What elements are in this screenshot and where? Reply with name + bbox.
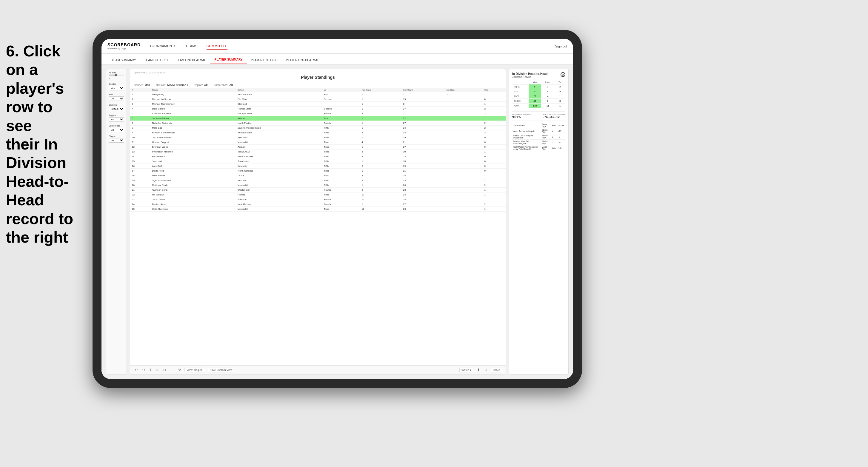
h2h-categories-table: Win Loss Tie Top 10 8 3 2 11-25 20 9 5 2… xyxy=(512,80,565,108)
year-select[interactable]: (All) xyxy=(108,96,124,101)
table-row[interactable]: 4 Luke Claton Florida State Second 1 27 … xyxy=(130,106,506,111)
h2h-row: 26-50 22 4 1 xyxy=(512,94,565,99)
division-pill: Division: NCAA Division I xyxy=(156,84,188,87)
tab-team-h2h-heatmap[interactable]: TEAM H2H HEATMAP xyxy=(172,56,211,64)
table-row[interactable]: 1 Wenyi Ding Arizona State First 1 1 15 … xyxy=(130,92,506,97)
logo-subtitle: Powered by clippi xyxy=(107,47,141,50)
table-row[interactable]: 14 Maxwell Ford North Carolina Third 2 2… xyxy=(130,154,506,159)
col-win: Win xyxy=(483,88,506,92)
table-row[interactable]: 5 Christo Lamprecht Georgia Tech Fourth … xyxy=(130,111,506,116)
nav-tournaments[interactable]: TOURNAMENTS xyxy=(150,43,177,50)
h2h-tournaments-table: Tournament Event Type Pos Score Amer Ari… xyxy=(512,123,565,151)
sign-out-link[interactable]: Sign out xyxy=(555,44,567,48)
paste-icon[interactable]: ⊟ xyxy=(162,368,167,372)
gender-select[interactable]: Men xyxy=(108,86,124,90)
h2h-divider xyxy=(512,111,565,112)
table-row[interactable]: 21 Taehoon Song Washington Fourth 6 23 1 xyxy=(130,188,506,192)
table-row[interactable]: 2 Michael La Sasso Ole Miss Second 1 19 … xyxy=(130,97,506,102)
tab-player-summary[interactable]: PLAYER SUMMARY xyxy=(211,56,247,64)
share-btn[interactable]: Share xyxy=(491,368,502,372)
tab-team-h2h-grid[interactable]: TEAM H2H GRID xyxy=(140,56,172,64)
table-row[interactable]: 16 Alex Goff Kentucky Fifth 8 19 0 xyxy=(130,164,506,168)
nav-teams[interactable]: TEAMS xyxy=(185,43,197,50)
conference-label: Conference xyxy=(108,125,124,127)
col-player: Player xyxy=(150,88,236,92)
save-custom-btn[interactable]: Save Custom View xyxy=(208,368,235,372)
table-row[interactable]: 22 Ian Gilligan Florida Third 10 24 1 xyxy=(130,192,506,197)
table-row[interactable]: 10 Jacob Mac Dieses Arkansas Fifth 1 25 … xyxy=(130,135,506,140)
region-label: Region xyxy=(108,114,124,116)
table-scroll[interactable]: # Player School Yr Reg Rank Conf Rank No… xyxy=(130,88,506,365)
table-row[interactable]: 6 Jackson Koivun Auburn First 1 22 1 xyxy=(130,116,506,121)
download-icon[interactable]: ⬇ xyxy=(476,368,481,372)
h2h-divider-2 xyxy=(512,121,565,121)
h2h-player-name: Jackson Koivun xyxy=(512,75,548,79)
h2h-header: In Division Head-to-Head Jackson Koivun … xyxy=(512,72,565,79)
table-row[interactable]: 19 Tiger Christensen Arizona Third 8 23 … xyxy=(130,178,506,183)
table-row[interactable]: 20 Matthew Riedel Vanderbilt Fifth 1 26 … xyxy=(130,183,506,188)
division-filter: Division NCAA Division I xyxy=(108,104,124,111)
copy-icon[interactable]: ⊞ xyxy=(155,368,160,372)
player-filter: Player (All) xyxy=(108,135,124,143)
sub-nav: TEAM SUMMARY TEAM H2H GRID TEAM H2H HEAT… xyxy=(101,54,573,64)
standings-table: # Player School Yr Reg Rank Conf Rank No… xyxy=(130,88,506,212)
table-row[interactable]: 7 Nicholas Gabrelcik North Florida Fourt… xyxy=(130,121,506,126)
division-select[interactable]: NCAA Division I xyxy=(108,107,124,111)
region-pill: Region: All xyxy=(194,84,208,87)
table-row[interactable]: 3 Michael Thorbjornsen Stanford 1 8 1 xyxy=(130,102,506,106)
nav-committee[interactable]: COMMITTEE xyxy=(207,43,228,50)
tablet-device: SCOREBOARD Powered by clippi TOURNAMENTS… xyxy=(93,30,582,388)
h2h-panel: In Division Head-to-Head Jackson Koivun … xyxy=(509,69,569,374)
watch-btn[interactable]: Watch ▾ xyxy=(459,368,473,372)
tablet-screen: SCOREBOARD Powered by clippi TOURNAMENTS… xyxy=(101,39,573,379)
year-label: Year xyxy=(108,93,124,95)
conference-filter: Conference (All) xyxy=(108,125,124,132)
rounds-value: 6 xyxy=(108,77,124,80)
table-row[interactable]: 23 Jack Lundin Missouri Fourth 11 24 1 xyxy=(130,197,506,202)
tab-player-h2h-heatmap[interactable]: PLAYER H2H HEATMAP xyxy=(282,56,323,64)
rounds-filter: No Rds. 6 xyxy=(108,72,124,80)
col-conf-rank: Conf Rank xyxy=(401,88,445,92)
redo-icon[interactable]: ↪ xyxy=(141,368,146,372)
h2h-title: In Division Head-to-Head xyxy=(512,72,548,75)
rounds-slider[interactable] xyxy=(108,74,124,75)
opponents-label: Opponents in division: xyxy=(512,114,533,116)
undo-icon[interactable]: ↩ xyxy=(134,368,139,372)
nav-items: TOURNAMENTS TEAMS COMMITTEE xyxy=(150,43,555,50)
forward-icon[interactable]: ⟩ xyxy=(149,368,152,372)
table-row[interactable]: 9 Preston Summerhays Arizona State Third… xyxy=(130,130,506,135)
grid-icon[interactable]: ⊞ xyxy=(483,368,488,372)
tab-player-h2h-grid[interactable]: PLAYER H2H GRID xyxy=(247,56,282,64)
h2h-row: >100 578 11 1 xyxy=(512,103,565,108)
year-filter: Year (All) xyxy=(108,93,124,101)
table-row[interactable]: 15 Jake Hall Tennessee Fifth 1 18 0 xyxy=(130,159,506,164)
table-header: Update time: 27/03/2024 16:56:26 Player … xyxy=(130,69,506,82)
region-select[interactable]: N/A xyxy=(108,117,124,122)
player-select[interactable]: (All) xyxy=(108,138,124,143)
h2h-stats-row: Opponents in division: 98.1% W-L-T recor… xyxy=(512,114,565,119)
table-row[interactable]: 13 Phichakun Maichon Texas A&M Third 6 3… xyxy=(130,150,506,154)
table-row[interactable]: 18 Luke Powell UCLA First 4 24 1 xyxy=(130,174,506,178)
table-row[interactable]: 17 David Ford North Carolina Third 1 21 … xyxy=(130,168,506,174)
h2h-row: Top 10 8 3 2 xyxy=(512,85,565,89)
more-icon[interactable]: ··· xyxy=(169,368,175,372)
gender-filter: Gender Men xyxy=(108,83,124,90)
refresh-icon[interactable]: ↻ xyxy=(177,368,182,372)
table-row[interactable]: 24 Bastien Amat New Mexico Fourth 1 27 2 xyxy=(130,202,506,207)
gender-label: Gender xyxy=(108,83,124,85)
col-reg-rank: Reg Rank xyxy=(360,88,401,92)
table-row[interactable]: 11 Gordon Sargent Vanderbilt Third 4 21 … xyxy=(130,140,506,145)
table-panel: Update time: 27/03/2024 16:56:26 Player … xyxy=(130,69,506,374)
h2h-close-btn[interactable]: ✕ xyxy=(561,72,565,77)
wlt-record: 674 - 33 - 12 xyxy=(542,116,565,119)
conference-select[interactable]: (All) xyxy=(108,128,124,132)
tournament-row: Amer Ari Intercollegiate Stroke Play 4 -… xyxy=(512,128,565,134)
table-title: Player Standings xyxy=(134,75,502,80)
tab-team-summary[interactable]: TEAM SUMMARY xyxy=(107,56,140,64)
table-row[interactable]: 8 Mats Ege East Tennessee State Fifth 1 … xyxy=(130,126,506,130)
view-original-btn[interactable]: View: Original xyxy=(184,368,205,372)
table-row[interactable]: 12 Brendan Valles Auburn Third 1 27 0 xyxy=(130,145,506,150)
filters-panel: No Rds. 6 Gender Men Year (All) xyxy=(106,69,127,374)
table-row[interactable]: 25 Cole Sherwood Vanderbilt Third 12 23 … xyxy=(130,207,506,212)
wlt-label: W-L-T record in-division: xyxy=(542,114,565,116)
